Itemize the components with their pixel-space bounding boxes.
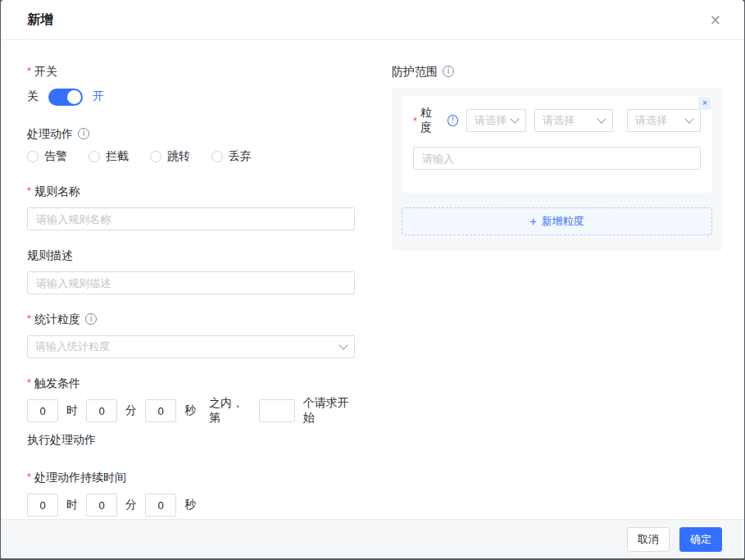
radio-label: 拦截 xyxy=(106,149,129,164)
trigger-hours-input[interactable] xyxy=(27,399,58,422)
info-icon[interactable]: i xyxy=(85,313,97,325)
stat-granularity-select[interactable]: 请输入统计粒度 xyxy=(27,335,355,358)
rule-desc-input[interactable] xyxy=(27,271,355,294)
protection-scope-column: 防护范围 i × * 粒度 ! 请选择 xyxy=(392,65,722,519)
radio-circle-icon xyxy=(89,151,100,162)
second-unit: 秒 xyxy=(184,403,196,418)
trigger-seconds-input[interactable] xyxy=(145,399,176,422)
radio-option-block[interactable]: 拦截 xyxy=(89,149,129,164)
granularity-value-input[interactable] xyxy=(413,147,701,170)
dialog-footer: 取消 确定 xyxy=(1,519,744,558)
granularity-label: 粒度 xyxy=(420,106,443,135)
switch-off-label: 关 xyxy=(27,89,39,104)
trigger-request-count-input[interactable] xyxy=(259,399,295,422)
stat-granularity-group: * 统计粒度 i 请输入统计粒度 xyxy=(27,312,355,358)
duration-group: * 处理动作持续时间 时 分 秒 xyxy=(27,471,355,517)
second-unit: 秒 xyxy=(184,498,196,512)
rule-name-group: * 规则名称 xyxy=(27,184,355,230)
trigger-label: 触发条件 xyxy=(34,376,80,389)
select-placeholder: 请输入统计粒度 xyxy=(35,339,335,354)
chevron-down-icon xyxy=(510,114,519,123)
rule-desc-group: 规则描述 xyxy=(27,248,355,294)
protection-scope-label-row: 防护范围 i xyxy=(392,65,722,78)
select-placeholder: 请选择 xyxy=(635,113,681,128)
duration-label-row: * 处理动作持续时间 xyxy=(27,471,355,484)
switch-row: 关 开 xyxy=(27,88,355,106)
required-marker: * xyxy=(413,115,417,127)
action-label: 处理动作 xyxy=(27,127,73,140)
trigger-group: * 触发条件 时 分 秒 之内，第 个请求开始 执行处理动作 xyxy=(27,376,355,448)
granularity-select-2[interactable]: 请选择 xyxy=(534,109,613,132)
action-group: 处理动作 i 告警 拦截 跳转 xyxy=(27,127,355,163)
add-granularity-label: 新增粒度 xyxy=(542,214,584,229)
radio-option-redirect[interactable]: 跳转 xyxy=(150,149,190,164)
rule-name-label-row: * 规则名称 xyxy=(27,184,355,198)
granularity-label-row: * 粒度 ! xyxy=(413,106,458,135)
duration-minutes-input[interactable] xyxy=(86,494,117,517)
minute-unit: 分 xyxy=(125,498,137,512)
required-marker: * xyxy=(27,65,31,78)
switch-label: 开关 xyxy=(34,65,57,78)
required-marker: * xyxy=(27,184,31,198)
trigger-minutes-input[interactable] xyxy=(86,399,117,422)
dialog-title: 新增 xyxy=(27,11,53,29)
trigger-within-text: 之内，第 xyxy=(209,396,251,426)
granularity-select-3[interactable]: 请选择 xyxy=(627,109,701,132)
hour-unit: 时 xyxy=(66,403,78,418)
duration-time-row: 时 分 秒 xyxy=(27,494,355,517)
radio-label: 告警 xyxy=(44,149,67,164)
cancel-button[interactable]: 取消 xyxy=(627,527,670,552)
confirm-button[interactable]: 确定 xyxy=(679,527,722,552)
minute-unit: 分 xyxy=(125,403,137,418)
plus-icon: + xyxy=(529,215,536,228)
chevron-down-icon xyxy=(597,114,606,123)
protection-scope-panel: × * 粒度 ! 请选择 请选择 xyxy=(392,88,722,251)
switch-toggle[interactable] xyxy=(48,89,83,106)
dialog-header: 新增 × xyxy=(1,0,744,40)
action-label-row: 处理动作 i xyxy=(27,127,355,140)
switch-on-label: 开 xyxy=(93,89,104,104)
alert-info-icon[interactable]: ! xyxy=(447,115,458,126)
trigger-after-text: 个请求开始 xyxy=(303,396,355,426)
hour-unit: 时 xyxy=(66,498,78,512)
trigger-line2-text: 执行处理动作 xyxy=(27,433,355,448)
radio-circle-icon xyxy=(150,151,161,162)
chevron-down-icon xyxy=(338,340,348,349)
stat-granularity-label-row: * 统计粒度 i xyxy=(27,312,355,326)
add-rule-dialog: 新增 × * 开关 关 开 处理动作 xyxy=(1,0,744,558)
trigger-time-row: 时 分 秒 之内，第 个请求开始 xyxy=(27,399,355,422)
required-marker: * xyxy=(27,312,31,326)
radio-circle-icon xyxy=(211,151,223,162)
granularity-select-1[interactable]: 请选择 xyxy=(466,109,526,132)
select-placeholder: 请选择 xyxy=(543,113,593,128)
rule-name-input[interactable] xyxy=(27,207,355,230)
chevron-down-icon xyxy=(684,114,693,123)
switch-label-row: * 开关 xyxy=(27,65,355,78)
radio-label: 丢弃 xyxy=(229,149,252,164)
rule-desc-label: 规则描述 xyxy=(27,248,73,262)
stat-granularity-label: 统计粒度 xyxy=(34,312,80,326)
select-placeholder: 请选择 xyxy=(475,113,507,128)
granularity-row: * 粒度 ! 请选择 请选择 请选择 xyxy=(413,109,701,132)
switch-group: * 开关 关 开 xyxy=(27,65,355,106)
required-marker: * xyxy=(27,376,31,389)
add-granularity-button[interactable]: + 新增粒度 xyxy=(402,207,712,235)
duration-hours-input[interactable] xyxy=(27,494,58,517)
radio-option-discard[interactable]: 丢弃 xyxy=(211,149,252,164)
info-icon[interactable]: i xyxy=(78,128,89,139)
radio-circle-icon xyxy=(27,151,39,162)
rule-name-label: 规则名称 xyxy=(34,184,80,198)
trigger-label-row: * 触发条件 xyxy=(27,376,355,389)
remove-granularity-icon[interactable]: × xyxy=(698,97,711,110)
form-left-column: * 开关 关 开 处理动作 i xyxy=(27,65,355,519)
protection-scope-label: 防护范围 xyxy=(392,65,438,78)
close-icon[interactable]: × xyxy=(710,13,721,27)
radio-label: 跳转 xyxy=(167,149,190,164)
required-marker: * xyxy=(27,471,31,484)
info-icon[interactable]: i xyxy=(443,66,454,77)
duration-seconds-input[interactable] xyxy=(145,494,176,517)
action-radio-row: 告警 拦截 跳转 丢弃 xyxy=(27,150,355,163)
radio-option-alert[interactable]: 告警 xyxy=(27,149,67,164)
granularity-card: × * 粒度 ! 请选择 请选择 xyxy=(402,96,712,193)
duration-label: 处理动作持续时间 xyxy=(34,471,126,484)
